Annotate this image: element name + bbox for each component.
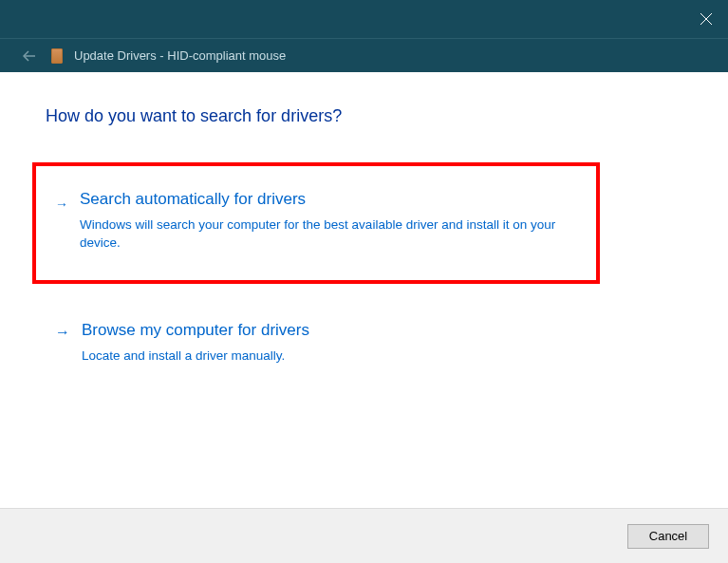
question-heading: How do you want to search for drivers? xyxy=(46,106,682,126)
arrow-right-icon: → xyxy=(55,193,68,216)
option-title: Search automatically for drivers xyxy=(80,189,577,210)
back-button[interactable] xyxy=(23,49,36,63)
arrow-right-icon: → xyxy=(55,321,70,344)
header-title: Update Drivers - HID-compliant mouse xyxy=(74,48,286,63)
option-description: Windows will search your computer for th… xyxy=(80,216,577,252)
option-description: Locate and install a driver manually. xyxy=(82,347,594,365)
close-button[interactable] xyxy=(684,0,728,38)
close-icon xyxy=(700,13,712,25)
header-bar: Update Drivers - HID-compliant mouse xyxy=(0,38,728,72)
cancel-button[interactable]: Cancel xyxy=(627,524,709,549)
titlebar xyxy=(0,0,728,38)
option-search-automatically[interactable]: → Search automatically for drivers Windo… xyxy=(32,162,600,284)
content-area: How do you want to search for drivers? →… xyxy=(0,72,728,382)
footer-bar: Cancel xyxy=(0,508,728,563)
device-icon xyxy=(51,48,63,64)
back-arrow-icon xyxy=(23,50,36,62)
option-browse-computer[interactable]: → Browse my computer for drivers Locate … xyxy=(46,305,613,382)
option-body: Browse my computer for drivers Locate an… xyxy=(82,320,594,365)
option-title: Browse my computer for drivers xyxy=(82,320,594,341)
option-body: Search automatically for drivers Windows… xyxy=(80,189,577,252)
